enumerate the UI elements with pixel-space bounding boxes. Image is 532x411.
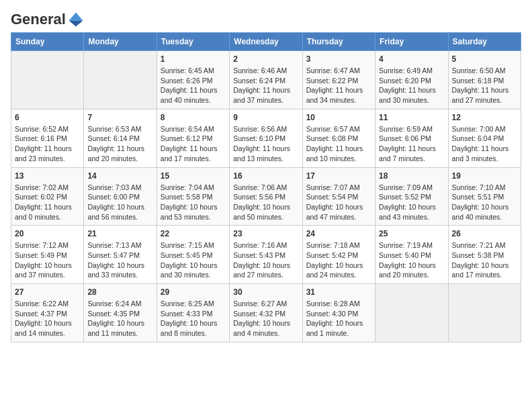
day-number: 24 xyxy=(306,229,371,238)
day-number: 1 xyxy=(161,54,226,64)
day-number: 6 xyxy=(15,113,80,122)
calendar-cell: 26Sunrise: 7:21 AM Sunset: 5:38 PM Dayli… xyxy=(448,226,521,284)
calendar-cell: 29Sunrise: 6:25 AM Sunset: 4:33 PM Dayli… xyxy=(157,284,229,342)
day-number: 4 xyxy=(379,54,444,64)
day-info: Sunrise: 6:54 AM Sunset: 6:12 PM Dayligh… xyxy=(161,124,226,164)
logo-general-text: General xyxy=(11,11,66,28)
page-header: General xyxy=(11,11,521,26)
day-info: Sunrise: 6:56 AM Sunset: 6:10 PM Dayligh… xyxy=(233,124,298,164)
calendar-cell: 27Sunrise: 6:22 AM Sunset: 4:37 PM Dayli… xyxy=(11,284,84,342)
calendar-week-row: 27Sunrise: 6:22 AM Sunset: 4:37 PM Dayli… xyxy=(11,284,521,342)
calendar-cell: 28Sunrise: 6:24 AM Sunset: 4:35 PM Dayli… xyxy=(84,284,157,342)
calendar-cell: 17Sunrise: 7:07 AM Sunset: 5:54 PM Dayli… xyxy=(302,167,375,226)
weekday-header-monday: Monday xyxy=(84,33,157,51)
day-number: 21 xyxy=(87,229,152,238)
day-info: Sunrise: 7:02 AM Sunset: 6:02 PM Dayligh… xyxy=(15,183,80,222)
day-info: Sunrise: 6:57 AM Sunset: 6:08 PM Dayligh… xyxy=(306,124,371,164)
calendar-cell: 9Sunrise: 6:56 AM Sunset: 6:10 PM Daylig… xyxy=(230,109,302,167)
day-info: Sunrise: 7:19 AM Sunset: 5:40 PM Dayligh… xyxy=(379,240,444,280)
calendar-cell: 30Sunrise: 6:27 AM Sunset: 4:32 PM Dayli… xyxy=(230,284,302,342)
day-number: 10 xyxy=(306,113,371,122)
day-info: Sunrise: 6:24 AM Sunset: 4:35 PM Dayligh… xyxy=(87,299,152,338)
day-info: Sunrise: 7:18 AM Sunset: 5:42 PM Dayligh… xyxy=(306,240,371,280)
calendar-cell: 16Sunrise: 7:06 AM Sunset: 5:56 PM Dayli… xyxy=(230,167,302,226)
day-info: Sunrise: 7:09 AM Sunset: 5:52 PM Dayligh… xyxy=(379,183,444,222)
day-info: Sunrise: 7:12 AM Sunset: 5:49 PM Dayligh… xyxy=(15,240,80,280)
day-number: 28 xyxy=(87,287,152,297)
day-info: Sunrise: 6:53 AM Sunset: 6:14 PM Dayligh… xyxy=(87,124,152,164)
calendar-cell: 21Sunrise: 7:13 AM Sunset: 5:47 PM Dayli… xyxy=(84,226,157,284)
logo-icon xyxy=(67,11,85,28)
weekday-header-saturday: Saturday xyxy=(448,33,521,51)
day-number: 22 xyxy=(161,229,226,238)
day-info: Sunrise: 7:16 AM Sunset: 5:43 PM Dayligh… xyxy=(233,240,298,280)
weekday-header-thursday: Thursday xyxy=(302,33,375,51)
calendar-cell: 18Sunrise: 7:09 AM Sunset: 5:52 PM Dayli… xyxy=(375,167,448,226)
day-number: 31 xyxy=(306,287,371,297)
day-info: Sunrise: 7:15 AM Sunset: 5:45 PM Dayligh… xyxy=(161,240,226,280)
day-info: Sunrise: 7:21 AM Sunset: 5:38 PM Dayligh… xyxy=(452,240,517,280)
day-info: Sunrise: 6:46 AM Sunset: 6:24 PM Dayligh… xyxy=(233,66,298,105)
day-number: 26 xyxy=(452,229,517,238)
weekday-header-tuesday: Tuesday xyxy=(157,33,229,51)
calendar-cell: 6Sunrise: 6:52 AM Sunset: 6:16 PM Daylig… xyxy=(11,109,84,167)
day-number: 17 xyxy=(306,171,371,181)
calendar-cell: 12Sunrise: 7:00 AM Sunset: 6:04 PM Dayli… xyxy=(448,109,521,167)
day-number: 27 xyxy=(15,287,80,297)
calendar-cell: 15Sunrise: 7:04 AM Sunset: 5:58 PM Dayli… xyxy=(157,167,229,226)
logo: General xyxy=(11,11,86,26)
calendar-cell: 4Sunrise: 6:49 AM Sunset: 6:20 PM Daylig… xyxy=(375,51,448,109)
day-number: 20 xyxy=(15,229,80,238)
day-number: 13 xyxy=(15,171,80,181)
calendar-table: SundayMondayTuesdayWednesdayThursdayFrid… xyxy=(11,32,521,342)
day-number: 25 xyxy=(379,229,444,238)
calendar-cell: 19Sunrise: 7:10 AM Sunset: 5:51 PM Dayli… xyxy=(448,167,521,226)
day-info: Sunrise: 6:25 AM Sunset: 4:33 PM Dayligh… xyxy=(161,299,226,338)
calendar-cell: 31Sunrise: 6:28 AM Sunset: 4:30 PM Dayli… xyxy=(302,284,375,342)
day-info: Sunrise: 7:13 AM Sunset: 5:47 PM Dayligh… xyxy=(87,240,152,280)
day-number: 19 xyxy=(452,171,517,181)
calendar-cell xyxy=(448,284,521,342)
day-number: 7 xyxy=(87,113,152,122)
day-number: 16 xyxy=(233,171,298,181)
calendar-cell: 13Sunrise: 7:02 AM Sunset: 6:02 PM Dayli… xyxy=(11,167,84,226)
day-info: Sunrise: 7:10 AM Sunset: 5:51 PM Dayligh… xyxy=(452,183,517,222)
day-number: 8 xyxy=(161,113,226,122)
day-number: 14 xyxy=(87,171,152,181)
day-info: Sunrise: 6:49 AM Sunset: 6:20 PM Dayligh… xyxy=(379,66,444,105)
day-info: Sunrise: 7:00 AM Sunset: 6:04 PM Dayligh… xyxy=(452,124,517,164)
day-info: Sunrise: 6:52 AM Sunset: 6:16 PM Dayligh… xyxy=(15,124,80,164)
day-info: Sunrise: 6:27 AM Sunset: 4:32 PM Dayligh… xyxy=(233,299,298,338)
calendar-week-row: 20Sunrise: 7:12 AM Sunset: 5:49 PM Dayli… xyxy=(11,226,521,284)
calendar-cell: 5Sunrise: 6:50 AM Sunset: 6:18 PM Daylig… xyxy=(448,51,521,109)
calendar-cell xyxy=(84,51,157,109)
day-number: 9 xyxy=(233,113,298,122)
weekday-header-wednesday: Wednesday xyxy=(230,33,302,51)
day-number: 3 xyxy=(306,54,371,64)
calendar-cell: 24Sunrise: 7:18 AM Sunset: 5:42 PM Dayli… xyxy=(302,226,375,284)
calendar-cell: 2Sunrise: 6:46 AM Sunset: 6:24 PM Daylig… xyxy=(230,51,302,109)
calendar-cell: 20Sunrise: 7:12 AM Sunset: 5:49 PM Dayli… xyxy=(11,226,84,284)
day-info: Sunrise: 6:50 AM Sunset: 6:18 PM Dayligh… xyxy=(452,66,517,105)
calendar-cell xyxy=(375,284,448,342)
calendar-week-row: 1Sunrise: 6:45 AM Sunset: 6:26 PM Daylig… xyxy=(11,51,521,109)
calendar-cell xyxy=(11,51,84,109)
calendar-cell: 1Sunrise: 6:45 AM Sunset: 6:26 PM Daylig… xyxy=(157,51,229,109)
weekday-header-friday: Friday xyxy=(375,33,448,51)
day-number: 5 xyxy=(452,54,517,64)
day-info: Sunrise: 7:04 AM Sunset: 5:58 PM Dayligh… xyxy=(161,183,226,222)
day-info: Sunrise: 6:22 AM Sunset: 4:37 PM Dayligh… xyxy=(15,299,80,338)
day-number: 12 xyxy=(452,113,517,122)
calendar-cell: 10Sunrise: 6:57 AM Sunset: 6:08 PM Dayli… xyxy=(302,109,375,167)
day-number: 30 xyxy=(233,287,298,297)
day-number: 15 xyxy=(161,171,226,181)
weekday-header-sunday: Sunday xyxy=(11,33,84,51)
calendar-cell: 22Sunrise: 7:15 AM Sunset: 5:45 PM Dayli… xyxy=(157,226,229,284)
day-info: Sunrise: 7:07 AM Sunset: 5:54 PM Dayligh… xyxy=(306,183,371,222)
day-info: Sunrise: 6:59 AM Sunset: 6:06 PM Dayligh… xyxy=(379,124,444,164)
day-info: Sunrise: 7:06 AM Sunset: 5:56 PM Dayligh… xyxy=(233,183,298,222)
day-number: 18 xyxy=(379,171,444,181)
day-number: 23 xyxy=(233,229,298,238)
calendar-cell: 11Sunrise: 6:59 AM Sunset: 6:06 PM Dayli… xyxy=(375,109,448,167)
day-info: Sunrise: 6:45 AM Sunset: 6:26 PM Dayligh… xyxy=(161,66,226,105)
